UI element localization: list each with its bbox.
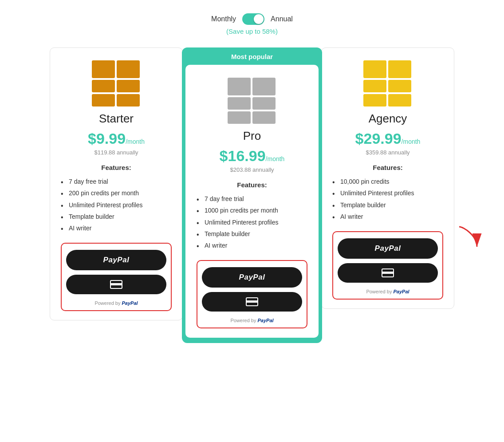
starter-features-list: 7 day free trial 200 pin credits per mon… bbox=[61, 176, 172, 234]
agency-features-label: Features: bbox=[332, 164, 443, 171]
pro-price-amount: $16.99 bbox=[220, 147, 266, 165]
paypal-brand: PayPal bbox=[122, 300, 138, 306]
most-popular-label: Most popular bbox=[185, 47, 319, 65]
mosaic-cell bbox=[252, 97, 276, 110]
mosaic-cell bbox=[228, 78, 251, 95]
pro-card-button[interactable] bbox=[202, 292, 302, 312]
mosaic-cell bbox=[92, 80, 115, 92]
pro-features-label: Features: bbox=[197, 181, 307, 189]
starter-price-period: /month bbox=[126, 138, 145, 145]
arrow-svg bbox=[455, 222, 486, 253]
agency-price-amount: $29.99 bbox=[355, 130, 402, 147]
mosaic-cell bbox=[388, 60, 411, 78]
list-item: 10,000 pin credits bbox=[332, 176, 443, 187]
starter-icon bbox=[92, 60, 141, 105]
plans-container: Starter $9.99 /month $119.88 annually Fe… bbox=[50, 47, 454, 343]
mosaic-cell bbox=[92, 60, 115, 78]
list-item: Unlimited Pinterest profiles bbox=[332, 187, 443, 199]
monthly-label: Monthly bbox=[211, 15, 236, 23]
list-item: 1000 pin credits per month bbox=[197, 205, 307, 216]
list-item: AI writer bbox=[61, 222, 172, 234]
agency-paypal-button[interactable]: PayPal bbox=[338, 238, 438, 259]
list-item: 7 day free trial bbox=[61, 176, 172, 187]
pro-icon bbox=[228, 78, 276, 122]
starter-price: $9.99 /month bbox=[88, 130, 145, 147]
save-text: (Save up to 58%) bbox=[226, 28, 278, 35]
agency-price: $29.99 /month bbox=[355, 130, 421, 147]
pro-features-list: 7 day free trial 1000 pin credits per mo… bbox=[197, 193, 307, 251]
mosaic-cell bbox=[363, 94, 386, 107]
mosaic-cell bbox=[117, 94, 140, 107]
billing-toggle-switch[interactable] bbox=[242, 13, 264, 25]
agency-annual: $359.88 annually bbox=[366, 149, 410, 156]
list-item: Template builder bbox=[197, 228, 307, 240]
agency-features-list: 10,000 pin credits Unlimited Pinterest p… bbox=[332, 176, 443, 222]
list-item: Template builder bbox=[61, 211, 172, 222]
mosaic-cell bbox=[117, 60, 140, 78]
mosaic-cell bbox=[363, 60, 386, 78]
starter-payment-section: PayPal Powered by PayPal bbox=[61, 243, 172, 311]
list-item: 200 pin credits per month bbox=[61, 187, 172, 199]
plan-agency: Agency $29.99 /month $359.88 annually Fe… bbox=[321, 47, 454, 309]
starter-powered-by: Powered by PayPal bbox=[94, 300, 138, 306]
mosaic-cell bbox=[228, 111, 251, 124]
list-item: Template builder bbox=[332, 199, 443, 211]
plan-starter: Starter $9.99 /month $119.88 annually Fe… bbox=[50, 47, 183, 320]
plan-pro: Pro $16.99 /month $203.88 annually Featu… bbox=[185, 65, 319, 338]
pro-price: $16.99 /month bbox=[220, 147, 285, 165]
starter-price-amount: $9.99 bbox=[88, 130, 126, 147]
mosaic-cell bbox=[388, 80, 411, 92]
toggle-thumb bbox=[254, 14, 264, 24]
list-item: 7 day free trial bbox=[197, 193, 307, 205]
list-item: Unlimited Pinterest profiles bbox=[61, 199, 172, 211]
paypal-brand: PayPal bbox=[258, 318, 274, 323]
pro-payment-section: PayPal Powered by PayPal bbox=[197, 260, 307, 328]
red-arrow-indicator bbox=[455, 222, 486, 255]
plan-pro-highlight: Most popular Pro $16.99 /month $203.88 a… bbox=[182, 47, 322, 343]
card-icon bbox=[246, 297, 258, 306]
billing-toggle-row: Monthly Annual bbox=[211, 13, 293, 25]
starter-features-label: Features: bbox=[61, 164, 172, 171]
starter-card-button[interactable] bbox=[66, 275, 166, 294]
agency-payment-section: PayPal Powered by PayPal bbox=[332, 231, 443, 300]
card-icon bbox=[382, 268, 394, 277]
mosaic-cell bbox=[388, 94, 411, 107]
agency-icon bbox=[363, 60, 412, 105]
agency-plan-name: Agency bbox=[369, 112, 407, 126]
list-item: AI writer bbox=[332, 211, 443, 222]
list-item: AI writer bbox=[197, 240, 307, 251]
starter-paypal-button[interactable]: PayPal bbox=[66, 250, 166, 270]
pro-annual: $203.88 annually bbox=[230, 166, 274, 173]
starter-plan-name: Starter bbox=[99, 112, 134, 126]
pro-plan-name: Pro bbox=[243, 129, 261, 143]
annual-label: Annual bbox=[271, 15, 293, 23]
pro-powered-by: Powered by PayPal bbox=[230, 318, 273, 323]
paypal-brand: PayPal bbox=[394, 289, 410, 294]
card-icon bbox=[110, 280, 122, 289]
agency-price-period: /month bbox=[402, 138, 421, 145]
agency-powered-by: Powered by PayPal bbox=[366, 289, 409, 294]
pro-paypal-button[interactable]: PayPal bbox=[202, 267, 302, 288]
agency-card-button[interactable] bbox=[338, 263, 438, 283]
mosaic-cell bbox=[92, 94, 115, 107]
starter-annual: $119.88 annually bbox=[94, 149, 138, 156]
mosaic-cell bbox=[252, 111, 276, 124]
list-item: Unlimited Pinterest profiles bbox=[197, 217, 307, 228]
mosaic-cell bbox=[252, 78, 276, 95]
mosaic-cell bbox=[363, 80, 386, 92]
pro-price-period: /month bbox=[266, 155, 285, 162]
mosaic-cell bbox=[117, 80, 140, 92]
mosaic-cell bbox=[228, 97, 251, 110]
